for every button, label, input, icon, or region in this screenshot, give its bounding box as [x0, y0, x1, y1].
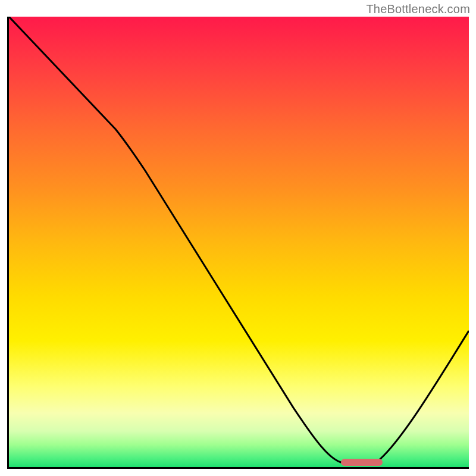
- curve-svg: [9, 17, 469, 467]
- bottleneck-curve-path: [9, 17, 469, 462]
- bottleneck-chart: TheBottleneck.com: [0, 0, 476, 476]
- plot-area: [7, 17, 469, 469]
- watermark-text: TheBottleneck.com: [366, 2, 470, 16]
- optimum-marker: [341, 459, 383, 466]
